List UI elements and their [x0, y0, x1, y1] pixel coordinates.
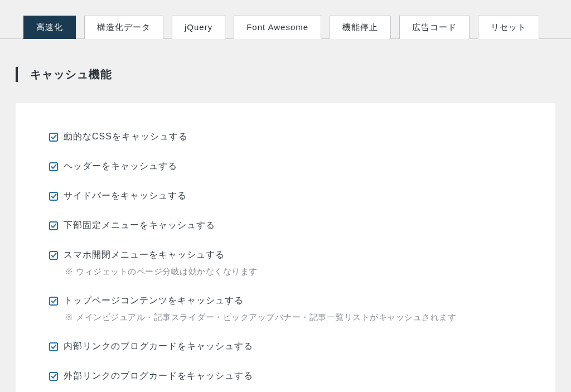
- tab-jquery[interactable]: jQuery: [172, 16, 225, 39]
- checkbox[interactable]: [49, 372, 58, 381]
- option-label: 内部リンクのブログカードをキャッシュする: [64, 341, 253, 352]
- option-cache-bottom-menu: 下部固定メニューをキャッシュする: [49, 220, 522, 231]
- option-label: 下部固定メニューをキャッシュする: [64, 220, 215, 231]
- check-icon: [51, 193, 57, 199]
- option-label: スマホ開閉メニューをキャッシュする: [64, 249, 225, 261]
- option-cache-external-blogcard: 外部リンクのブログカードをキャッシュする: [49, 370, 522, 382]
- checkbox[interactable]: [49, 162, 58, 171]
- checkbox[interactable]: [49, 342, 58, 351]
- option-label: サイドバーをキャッシュする: [64, 190, 187, 202]
- option-cache-dynamic-css: 動的なCSSをキャッシュする: [49, 131, 522, 143]
- option-cache-sidebar: サイドバーをキャッシュする: [49, 190, 522, 202]
- checkbox[interactable]: [49, 297, 58, 306]
- check-icon: [51, 373, 57, 379]
- tab-label: Font Awesome: [246, 22, 308, 32]
- tabs-container: 高速化 構造化データ jQuery Font Awesome 機能停止 広告コー…: [0, 0, 571, 39]
- tab-label: 高速化: [36, 22, 63, 32]
- option-label: 動的なCSSをキャッシュする: [64, 131, 188, 143]
- checkbox[interactable]: [49, 192, 58, 201]
- tab-fontawesome[interactable]: Font Awesome: [234, 16, 321, 39]
- tab-label: 機能停止: [342, 22, 378, 32]
- option-label: ヘッダーをキャッシュする: [64, 161, 177, 172]
- option-label: 外部リンクのブログカードをキャッシュする: [64, 370, 253, 382]
- check-icon: [51, 134, 57, 140]
- option-note: ※ ウィジェットのページ分岐は効かなくなります: [65, 267, 522, 277]
- checkbox[interactable]: [49, 251, 58, 260]
- option-cache-toppage-contents: トップページコンテンツをキャッシュする ※ メインビジュアル・記事スライダー・ピ…: [49, 295, 522, 323]
- tab-reset[interactable]: リセット: [478, 16, 539, 39]
- tab-speed[interactable]: 高速化: [23, 16, 76, 39]
- tab-label: リセット: [491, 22, 526, 32]
- tab-label: 構造化データ: [97, 22, 151, 32]
- option-cache-smartphone-menu: スマホ開閉メニューをキャッシュする ※ ウィジェットのページ分岐は効かなくなりま…: [49, 249, 522, 277]
- tab-disable-features[interactable]: 機能停止: [330, 16, 391, 39]
- tab-label: 広告コード: [412, 22, 457, 32]
- section-title: キャッシュ機能: [16, 67, 555, 82]
- option-cache-internal-blogcard: 内部リンクのブログカードをキャッシュする: [49, 341, 522, 352]
- options-panel: 動的なCSSをキャッシュする ヘッダーをキャッシュする サイドバーをキャッシュす…: [16, 103, 555, 392]
- tab-ad-code[interactable]: 広告コード: [399, 16, 470, 39]
- content-area: キャッシュ機能 動的なCSSをキャッシュする ヘッダーをキャッシュする: [0, 39, 571, 392]
- checkbox[interactable]: [49, 221, 58, 230]
- tab-structured-data[interactable]: 構造化データ: [84, 16, 163, 39]
- check-icon: [51, 163, 57, 170]
- tab-label: jQuery: [185, 22, 212, 32]
- check-icon: [51, 343, 57, 350]
- check-icon: [51, 298, 57, 304]
- option-label: トップページコンテンツをキャッシュする: [64, 295, 244, 307]
- option-cache-header: ヘッダーをキャッシュする: [49, 161, 522, 172]
- checkbox[interactable]: [49, 133, 58, 142]
- check-icon: [51, 252, 57, 258]
- option-note: ※ メインビジュアル・記事スライダー・ピックアップバナー・記事一覧リストがキャッ…: [65, 312, 522, 323]
- check-icon: [51, 222, 57, 229]
